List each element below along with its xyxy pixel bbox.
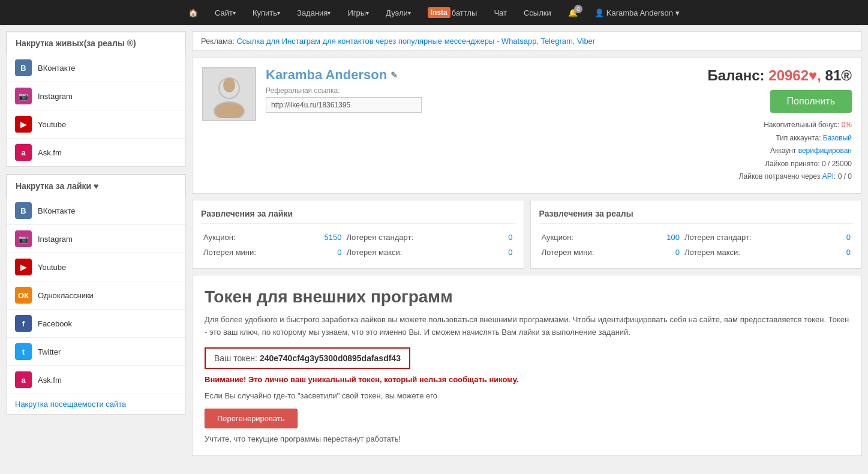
nav-buy[interactable]: Купить [244, 0, 289, 25]
nav-duels[interactable]: Дуэли [377, 0, 419, 25]
sidebar-item-youtube-top[interactable]: ▶ Youtube [7, 110, 185, 139]
lottery-mini-likes-value[interactable]: 0 [314, 245, 344, 260]
ad-prefix: Реклама: [201, 37, 235, 46]
profile-name: Karamba Anderson ✎ [266, 67, 686, 83]
sidebar-label-yt-likes: Youtube [38, 263, 66, 272]
sidebar-item-site-traffic[interactable]: Накрутка посещаемости сайта [7, 394, 185, 414]
token-note: Если Вы случайно где-то "засветили" свой… [205, 391, 849, 400]
ig-icon: 📷 [15, 88, 32, 104]
yt-icon-top: ▶ [15, 116, 32, 133]
lottery-maxi-reals-label: Лотерея макси: [682, 245, 823, 260]
yt-icon-likes: ▶ [15, 259, 32, 275]
profile-edit-icon[interactable]: ✎ [391, 70, 398, 80]
home-icon: 🏠 [188, 8, 198, 17]
entertainment-row: Развлечения за лайки Аукцион: 5150 Лотер… [192, 200, 862, 269]
lottery-std-reals-value[interactable]: 0 [823, 230, 853, 245]
referral-url-input[interactable] [266, 97, 422, 113]
sidebar-label-ask-top: Ask.fm [38, 148, 62, 157]
table-row: Лотерея мини: 0 Лотерея макси: 0 [539, 245, 854, 260]
sidebar-item-instagram-top[interactable]: 📷 Instagram [7, 82, 185, 110]
nav-insta[interactable]: Instaбаттлы [419, 0, 486, 25]
account-type-label: Тип аккаунта: [776, 134, 821, 142]
nav-games[interactable]: Игры [339, 0, 377, 25]
lottery-std-reals-label: Лотерея стандарт: [682, 230, 823, 245]
ask-icon-likes: a [15, 371, 32, 388]
api-link[interactable]: API [822, 172, 834, 181]
notifications-button[interactable]: 🔔 0 [560, 0, 586, 25]
user-name: Karamba Anderson [606, 8, 673, 17]
profile-info: Karamba Anderson ✎ Реферальная ссылка: [266, 67, 686, 184]
sidebar-label-vk-likes: ВКонтакте [38, 206, 76, 215]
lottery-maxi-likes-label: Лотерея макси: [344, 245, 485, 260]
vk-icon: В [15, 59, 32, 76]
home-nav-item[interactable]: 🏠 [180, 0, 206, 25]
token-title: Токен для внешних программ [205, 287, 849, 307]
sidebar-item-askfm-likes[interactable]: a Ask.fm [7, 366, 185, 394]
auction-reals-label: Аукцион: [539, 230, 652, 245]
sidebar-label-ig-likes: Instagram [38, 235, 73, 244]
likes-received-value: 0 / 25000 [822, 160, 852, 168]
entertainment-likes-card: Развлечения за лайки Аукцион: 5150 Лотер… [192, 200, 524, 269]
sidebar-item-twitter[interactable]: t Twitter [7, 338, 185, 366]
lottery-std-likes-value[interactable]: 0 [485, 230, 515, 245]
account-details: Накопительный бонус: 0% Тип аккаунта: Ба… [696, 119, 852, 184]
sidebar-top-title: Накрутка живых(за реалы ®) [7, 32, 185, 54]
sidebar-bottom-title: Накрутка за лайки ♥ [7, 175, 185, 197]
replenish-button[interactable]: Пополнить [770, 90, 852, 113]
sidebar-item-vkontakte-top[interactable]: В ВКонтакте [7, 54, 185, 82]
svg-point-3 [223, 78, 235, 92]
profile-avatar [202, 67, 256, 121]
regenerate-button[interactable]: Перегенерировать [205, 409, 298, 428]
sidebar-item-vkontakte-likes[interactable]: В ВКонтакте [7, 197, 185, 225]
page-wrapper: Накрутка живых(за реалы ®) В ВКонтакте 📷… [0, 25, 868, 462]
account-verified-label: Аккаунт [770, 146, 796, 155]
fb-icon: f [15, 315, 32, 332]
user-dropdown-icon: ▾ [675, 8, 680, 17]
nav-site[interactable]: Сайт [206, 0, 244, 25]
auction-likes-label: Аукцион: [201, 230, 314, 245]
top-navigation: 🏠 Сайт Купить Задания Игры Дуэли Instaба… [0, 0, 868, 25]
nav-links[interactable]: Ссылки [515, 0, 560, 25]
entertainment-reals-card: Развлечения за реалы Аукцион: 100 Лотере… [530, 200, 863, 269]
profile-balance-area: Баланс: 20962♥, 81® Пополнить Накопитель… [696, 67, 852, 184]
user-icon: 👤 [594, 8, 604, 17]
ad-bar: Реклама: Ссылка для Инстаграм для контак… [192, 31, 862, 51]
nav-tasks[interactable]: Задания [289, 0, 339, 25]
sidebar-item-youtube-likes[interactable]: ▶ Youtube [7, 253, 185, 281]
token-section: Токен для внешних программ Для более удо… [192, 275, 862, 456]
ig-icon-likes: 📷 [15, 230, 32, 247]
sidebar-label-ig-top: Instagram [38, 92, 73, 101]
sidebar-item-askfm-top[interactable]: a Ask.fm [7, 139, 185, 166]
account-verified-link[interactable]: верифицирован [798, 146, 852, 155]
auction-reals-value[interactable]: 100 [652, 230, 682, 245]
auction-likes-value[interactable]: 5150 [314, 230, 344, 245]
ad-link[interactable]: Ссылка для Инстаграм для контактов через… [236, 37, 595, 46]
account-type-link[interactable]: Базовый [823, 134, 852, 142]
tw-icon: t [15, 343, 32, 360]
token-value[interactable]: 240e740cf4g3y5300d0895dafasdf43 [260, 353, 401, 363]
lottery-mini-reals-value[interactable]: 0 [652, 245, 682, 260]
lottery-maxi-likes-value[interactable]: 0 [485, 245, 515, 260]
sidebar-item-odnoklassniki[interactable]: ОК Одноклассники [7, 281, 185, 310]
sidebar-label-yt-top: Youtube [38, 120, 66, 129]
likes-spent-value: 0 / 0 [838, 172, 852, 181]
accumulative-bonus-label: Накопительный бонус: [764, 121, 839, 129]
lottery-mini-likes-label: Лотерея мини: [201, 245, 314, 260]
sidebar-label-vk-top: ВКонтакте [38, 64, 76, 73]
sidebar-item-instagram-likes[interactable]: 📷 Instagram [7, 225, 185, 253]
ent-likes-title: Развлечения за лайки [201, 209, 515, 224]
sidebar-label-ask-likes: Ask.fm [38, 376, 62, 385]
sidebar-item-facebook[interactable]: f Facebook [7, 310, 185, 338]
ent-likes-table: Аукцион: 5150 Лотерея стандарт: 0 Лотере… [201, 230, 515, 260]
vk-icon-likes: В [15, 202, 32, 219]
token-footer: Учтите, что текущие программы перестанут… [205, 434, 849, 443]
token-warning: Внимание! Это лично ваш уникальный токен… [205, 375, 849, 384]
referral-label: Реферальная ссылка: [266, 86, 686, 95]
nav-chat[interactable]: Чат [485, 0, 515, 25]
balance-display: Баланс: 20962♥, 81® [696, 67, 852, 84]
sidebar-label-ok: Одноклассники [38, 291, 94, 300]
table-row: Аукцион: 5150 Лотерея стандарт: 0 [201, 230, 515, 245]
lottery-maxi-reals-value[interactable]: 0 [823, 245, 853, 260]
user-menu[interactable]: 👤 Karamba Anderson ▾ [586, 0, 688, 25]
sidebar-bottom-box: Накрутка за лайки ♥ В ВКонтакте 📷 Instag… [6, 174, 186, 415]
